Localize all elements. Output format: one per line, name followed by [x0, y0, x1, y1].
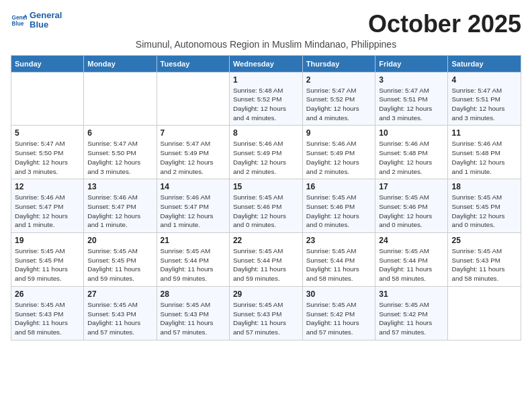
calendar-cell: 15Sunrise: 5:45 AM Sunset: 5:46 PM Dayli…	[229, 179, 302, 233]
col-header-tuesday: Tuesday	[157, 55, 229, 72]
col-header-thursday: Thursday	[302, 55, 375, 72]
day-number: 15	[233, 182, 299, 191]
calendar-cell: 21Sunrise: 5:45 AM Sunset: 5:44 PM Dayli…	[157, 233, 229, 287]
day-info: Sunrise: 5:47 AM Sunset: 5:50 PM Dayligh…	[15, 139, 80, 176]
day-number: 23	[306, 236, 372, 245]
week-row-5: 26Sunrise: 5:45 AM Sunset: 5:43 PM Dayli…	[11, 286, 521, 340]
calendar-cell: 4Sunrise: 5:47 AM Sunset: 5:51 PM Daylig…	[448, 72, 521, 126]
day-info: Sunrise: 5:46 AM Sunset: 5:47 PM Dayligh…	[15, 193, 80, 230]
day-number: 14	[161, 182, 226, 191]
logo-line1: General	[30, 10, 62, 20]
calendar-cell: 28Sunrise: 5:45 AM Sunset: 5:43 PM Dayli…	[157, 286, 229, 340]
day-number: 9	[306, 128, 372, 138]
day-number: 28	[161, 289, 226, 299]
day-info: Sunrise: 5:45 AM Sunset: 5:44 PM Dayligh…	[161, 246, 226, 283]
calendar-cell	[157, 72, 229, 126]
calendar-cell: 20Sunrise: 5:45 AM Sunset: 5:45 PM Dayli…	[84, 233, 157, 287]
day-number: 22	[233, 236, 299, 245]
col-header-friday: Friday	[375, 55, 448, 72]
week-row-4: 19Sunrise: 5:45 AM Sunset: 5:45 PM Dayli…	[11, 233, 521, 287]
calendar-cell: 18Sunrise: 5:45 AM Sunset: 5:45 PM Dayli…	[448, 179, 521, 233]
calendar-cell	[448, 286, 521, 340]
day-info: Sunrise: 5:46 AM Sunset: 5:48 PM Dayligh…	[451, 139, 517, 176]
day-number: 30	[306, 289, 372, 299]
day-info: Sunrise: 5:45 AM Sunset: 5:42 PM Dayligh…	[379, 300, 444, 337]
calendar-cell: 23Sunrise: 5:45 AM Sunset: 5:44 PM Dayli…	[302, 233, 375, 287]
day-info: Sunrise: 5:47 AM Sunset: 5:51 PM Dayligh…	[379, 86, 444, 123]
calendar-cell: 14Sunrise: 5:46 AM Sunset: 5:47 PM Dayli…	[157, 179, 229, 233]
calendar-cell: 16Sunrise: 5:45 AM Sunset: 5:46 PM Dayli…	[302, 179, 375, 233]
day-number: 19	[15, 236, 80, 245]
day-info: Sunrise: 5:47 AM Sunset: 5:49 PM Dayligh…	[161, 139, 226, 176]
svg-text:General: General	[12, 15, 28, 21]
day-number: 6	[87, 128, 152, 138]
day-info: Sunrise: 5:45 AM Sunset: 5:43 PM Dayligh…	[451, 246, 517, 283]
calendar-cell: 3Sunrise: 5:47 AM Sunset: 5:51 PM Daylig…	[375, 72, 448, 126]
logo-icon: General Blue	[11, 12, 27, 28]
calendar-cell: 27Sunrise: 5:45 AM Sunset: 5:43 PM Dayli…	[84, 286, 157, 340]
day-info: Sunrise: 5:45 AM Sunset: 5:44 PM Dayligh…	[233, 246, 299, 283]
day-info: Sunrise: 5:46 AM Sunset: 5:49 PM Dayligh…	[233, 139, 299, 176]
calendar-cell: 25Sunrise: 5:45 AM Sunset: 5:43 PM Dayli…	[448, 233, 521, 287]
day-number: 3	[379, 75, 444, 85]
logo-line2: Blue	[30, 19, 48, 30]
day-number: 5	[15, 128, 80, 138]
col-header-saturday: Saturday	[448, 55, 521, 72]
calendar-table: SundayMondayTuesdayWednesdayThursdayFrid…	[11, 55, 521, 340]
day-number: 27	[87, 289, 152, 299]
day-number: 16	[306, 182, 372, 191]
day-number: 25	[451, 236, 517, 245]
calendar-cell: 29Sunrise: 5:45 AM Sunset: 5:43 PM Dayli…	[229, 286, 302, 340]
calendar-cell: 31Sunrise: 5:45 AM Sunset: 5:42 PM Dayli…	[375, 286, 448, 340]
calendar-cell: 6Sunrise: 5:47 AM Sunset: 5:50 PM Daylig…	[84, 126, 157, 179]
day-info: Sunrise: 5:45 AM Sunset: 5:43 PM Dayligh…	[233, 300, 299, 337]
week-row-2: 5Sunrise: 5:47 AM Sunset: 5:50 PM Daylig…	[11, 126, 521, 179]
day-number: 31	[379, 289, 444, 299]
calendar-cell: 19Sunrise: 5:45 AM Sunset: 5:45 PM Dayli…	[11, 233, 84, 287]
calendar-cell: 17Sunrise: 5:45 AM Sunset: 5:46 PM Dayli…	[375, 179, 448, 233]
day-number: 11	[451, 128, 517, 138]
calendar-cell: 5Sunrise: 5:47 AM Sunset: 5:50 PM Daylig…	[11, 126, 84, 179]
calendar-cell: 8Sunrise: 5:46 AM Sunset: 5:49 PM Daylig…	[229, 126, 302, 179]
day-number: 24	[379, 236, 444, 245]
day-number: 7	[161, 128, 226, 138]
day-info: Sunrise: 5:45 AM Sunset: 5:42 PM Dayligh…	[306, 300, 372, 337]
day-info: Sunrise: 5:45 AM Sunset: 5:45 PM Dayligh…	[15, 246, 80, 283]
day-info: Sunrise: 5:45 AM Sunset: 5:44 PM Dayligh…	[379, 246, 444, 283]
day-info: Sunrise: 5:45 AM Sunset: 5:45 PM Dayligh…	[451, 193, 517, 230]
day-number: 4	[451, 75, 517, 85]
calendar-cell: 26Sunrise: 5:45 AM Sunset: 5:43 PM Dayli…	[11, 286, 84, 340]
day-info: Sunrise: 5:46 AM Sunset: 5:48 PM Dayligh…	[379, 139, 444, 176]
svg-text:Blue: Blue	[12, 21, 24, 27]
calendar-cell	[11, 72, 84, 126]
calendar-cell: 10Sunrise: 5:46 AM Sunset: 5:48 PM Dayli…	[375, 126, 448, 179]
day-info: Sunrise: 5:45 AM Sunset: 5:43 PM Dayligh…	[15, 300, 80, 337]
logo-text: General Blue	[30, 11, 62, 30]
day-info: Sunrise: 5:47 AM Sunset: 5:52 PM Dayligh…	[306, 86, 372, 123]
calendar-cell: 7Sunrise: 5:47 AM Sunset: 5:49 PM Daylig…	[157, 126, 229, 179]
calendar-cell: 11Sunrise: 5:46 AM Sunset: 5:48 PM Dayli…	[448, 126, 521, 179]
day-number: 21	[161, 236, 226, 245]
subtitle: Simunul, Autonomous Region in Muslim Min…	[11, 39, 521, 50]
day-info: Sunrise: 5:45 AM Sunset: 5:43 PM Dayligh…	[161, 300, 226, 337]
calendar-cell: 2Sunrise: 5:47 AM Sunset: 5:52 PM Daylig…	[302, 72, 375, 126]
day-info: Sunrise: 5:45 AM Sunset: 5:46 PM Dayligh…	[233, 193, 299, 230]
day-number: 1	[233, 75, 299, 85]
week-row-1: 1Sunrise: 5:48 AM Sunset: 5:52 PM Daylig…	[11, 72, 521, 126]
day-info: Sunrise: 5:45 AM Sunset: 5:44 PM Dayligh…	[306, 246, 372, 283]
day-info: Sunrise: 5:47 AM Sunset: 5:50 PM Dayligh…	[87, 139, 152, 176]
day-info: Sunrise: 5:46 AM Sunset: 5:47 PM Dayligh…	[87, 193, 152, 230]
day-number: 26	[15, 289, 80, 299]
calendar-cell: 13Sunrise: 5:46 AM Sunset: 5:47 PM Dayli…	[84, 179, 157, 233]
day-number: 10	[379, 128, 444, 138]
day-number: 17	[379, 182, 444, 191]
day-number: 29	[233, 289, 299, 299]
col-header-monday: Monday	[84, 55, 157, 72]
day-info: Sunrise: 5:46 AM Sunset: 5:47 PM Dayligh…	[161, 193, 226, 230]
day-info: Sunrise: 5:47 AM Sunset: 5:51 PM Dayligh…	[451, 86, 517, 123]
calendar-cell: 1Sunrise: 5:48 AM Sunset: 5:52 PM Daylig…	[229, 72, 302, 126]
logo: General Blue General Blue	[11, 11, 62, 30]
calendar-cell: 30Sunrise: 5:45 AM Sunset: 5:42 PM Dayli…	[302, 286, 375, 340]
calendar-cell: 22Sunrise: 5:45 AM Sunset: 5:44 PM Dayli…	[229, 233, 302, 287]
day-info: Sunrise: 5:45 AM Sunset: 5:46 PM Dayligh…	[379, 193, 444, 230]
